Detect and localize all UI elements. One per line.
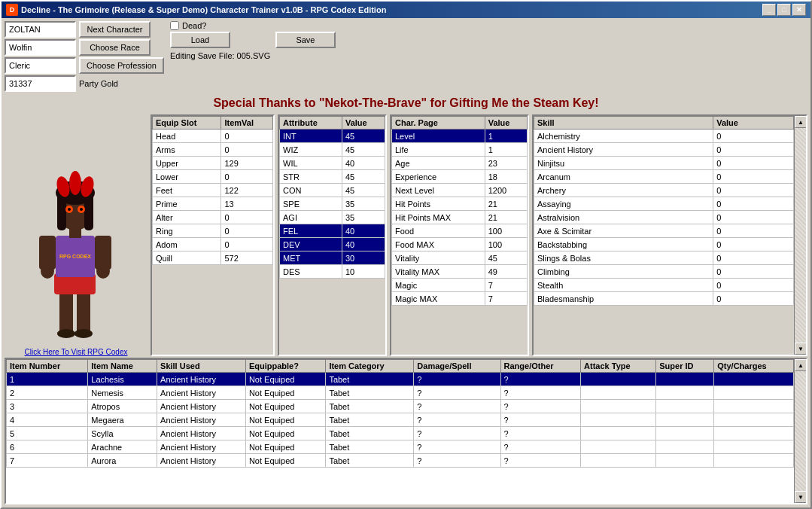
table-row[interactable]: Backstabbing0 (534, 238, 794, 251)
choose-profession-button[interactable]: Choose Profession (79, 57, 164, 74)
table-row[interactable]: FEL40 (280, 224, 385, 238)
table-row[interactable]: DEV40 (280, 238, 385, 251)
attr-table-scroll[interactable]: Attribute Value INT45WIZ45WIL40STR45CON4… (279, 116, 385, 355)
table-row[interactable]: Hit Points MAX21 (392, 211, 528, 224)
table-row[interactable]: Quill572 (153, 251, 273, 265)
items-scroll-up[interactable]: ▲ (795, 359, 807, 371)
table-row[interactable]: 3AtroposAncient HistoryNot EquipedTabet?… (7, 400, 794, 413)
table-row[interactable]: Magic7 (392, 279, 528, 292)
load-button[interactable]: Load (170, 32, 230, 48)
char-page-table-container: Char. Page Value Level1Life1Age23Experie… (390, 114, 529, 356)
scroll-track[interactable] (795, 128, 806, 343)
table-row[interactable]: Age23 (392, 157, 528, 170)
table-row[interactable]: 2NemesisAncient HistoryNot EquipedTabet?… (7, 386, 794, 400)
table-row[interactable]: Life1 (392, 143, 528, 157)
items-table: Item NumberItem NameSkill UsedEquippable… (6, 359, 794, 468)
scroll-up-btn[interactable]: ▲ (795, 116, 807, 128)
table-row[interactable]: MET30 (280, 251, 385, 265)
table-row[interactable]: Upper129 (153, 157, 273, 170)
close-button[interactable]: ✕ (792, 4, 806, 16)
table-row[interactable]: Food MAX100 (392, 238, 528, 251)
table-row[interactable]: 6ArachneAncient HistoryNot EquipedTabet?… (7, 440, 794, 454)
char-page-table-scroll[interactable]: Char. Page Value Level1Life1Age23Experie… (391, 116, 528, 355)
table-row[interactable]: Level1 (392, 130, 528, 143)
table-row[interactable]: Archery0 (534, 184, 794, 197)
svg-point-8 (96, 264, 110, 279)
table-row[interactable]: Alter0 (153, 211, 273, 224)
table-row[interactable]: WIL40 (280, 157, 385, 170)
table-row[interactable]: Next Level1200 (392, 184, 528, 197)
table-row[interactable]: Alchemistry0 (534, 130, 794, 143)
maximize-button[interactable]: □ (777, 4, 791, 16)
skill-col-skill: Skill (534, 117, 713, 130)
char-profession-input[interactable] (5, 57, 76, 74)
next-char-button[interactable]: Next Character (79, 21, 151, 38)
table-row[interactable]: Prime13 (153, 197, 273, 211)
char-race-input[interactable] (5, 39, 76, 56)
items-col-header: Range/Other (500, 360, 581, 373)
items-col-header: Attack Type (581, 360, 656, 373)
table-row[interactable]: Assaying0 (534, 197, 794, 211)
table-row[interactable]: AGI35 (280, 211, 385, 224)
table-row[interactable]: Climbing0 (534, 265, 794, 279)
svg-point-15 (69, 171, 81, 195)
char-name-input[interactable] (5, 21, 76, 38)
table-row[interactable]: STR45 (280, 170, 385, 184)
scroll-down-btn[interactable]: ▼ (795, 343, 807, 355)
table-row[interactable]: 4MegaeraAncient HistoryNot EquipedTabet?… (7, 413, 794, 427)
table-row[interactable]: Slings & Bolas0 (534, 251, 794, 265)
top-bar: Next Character Choose Race Choose Profes… (5, 21, 807, 92)
table-row[interactable]: Head0 (153, 130, 273, 143)
table-row[interactable]: 7AuroraAncient HistoryNot EquipedTabet?? (7, 454, 794, 468)
skill-table-scroll[interactable]: Skill Value Alchemistry0Ancient History0… (534, 116, 794, 355)
tables-area: Equip Slot ItemVal Head0Arms0Upper129Low… (151, 114, 807, 356)
table-row[interactable]: Hit Points21 (392, 197, 528, 211)
items-scroll-track[interactable] (795, 371, 806, 491)
dead-checkbox[interactable] (170, 21, 179, 30)
dead-row: Dead? (170, 21, 336, 30)
table-row[interactable]: CON45 (280, 184, 385, 197)
items-table-scroll[interactable]: Item NumberItem NameSkill UsedEquippable… (6, 359, 794, 503)
table-row[interactable]: WIZ45 (280, 143, 385, 157)
table-row[interactable]: Experience18 (392, 170, 528, 184)
table-row[interactable]: Arms0 (153, 143, 273, 157)
table-row[interactable]: Adom0 (153, 238, 273, 251)
table-row[interactable]: Arcanum0 (534, 170, 794, 184)
svg-point-7 (41, 264, 54, 279)
table-row[interactable]: Lower0 (153, 170, 273, 184)
table-row[interactable]: Astralvision0 (534, 211, 794, 224)
table-row[interactable]: DES10 (280, 265, 385, 279)
choose-race-button[interactable]: Choose Race (79, 39, 151, 56)
table-row[interactable]: Vitality45 (392, 251, 528, 265)
table-row[interactable]: Vitality MAX49 (392, 265, 528, 279)
char-col-val: Value (485, 117, 527, 130)
skill-scrollbar[interactable]: ▲ ▼ (794, 116, 806, 355)
char-page-table: Char. Page Value Level1Life1Age23Experie… (391, 116, 528, 306)
equip-table-scroll[interactable]: Equip Slot ItemVal Head0Arms0Upper129Low… (152, 116, 273, 355)
table-row[interactable]: 5ScyllaAncient HistoryNot EquipedTabet?? (7, 427, 794, 440)
table-row[interactable]: Magic MAX7 (392, 292, 528, 306)
table-row[interactable]: 1LachesisAncient HistoryNot EquipedTabet… (7, 373, 794, 386)
name-row: Next Character (5, 21, 164, 38)
table-row[interactable]: INT45 (280, 130, 385, 143)
table-row[interactable]: Ninjitsu0 (534, 157, 794, 170)
table-row[interactable]: Ring0 (153, 224, 273, 238)
dead-label: Dead? (182, 21, 206, 30)
table-row[interactable]: Food100 (392, 224, 528, 238)
items-scroll-down[interactable]: ▼ (795, 491, 807, 503)
table-row[interactable]: Axe & Scimitar0 (534, 224, 794, 238)
table-row[interactable]: Stealth0 (534, 279, 794, 292)
items-scrollbar[interactable]: ▲ ▼ (794, 359, 806, 503)
table-row[interactable]: Bladesmanship0 (534, 292, 794, 306)
table-row[interactable]: Feet122 (153, 184, 273, 197)
minimize-button[interactable]: _ (762, 4, 776, 16)
visit-link[interactable]: Click Here To Visit RPG Codex (25, 348, 128, 356)
table-row[interactable]: SPE35 (280, 197, 385, 211)
table-row[interactable]: Ancient History0 (534, 143, 794, 157)
main-content: Next Character Choose Race Choose Profes… (2, 18, 810, 507)
attr-col-attr: Attribute (280, 117, 342, 130)
save-button[interactable]: Save (275, 32, 336, 48)
items-col-header: Damage/Spell (414, 360, 500, 373)
items-col-header: Item Number (7, 360, 88, 373)
party-gold-input[interactable] (5, 75, 76, 92)
